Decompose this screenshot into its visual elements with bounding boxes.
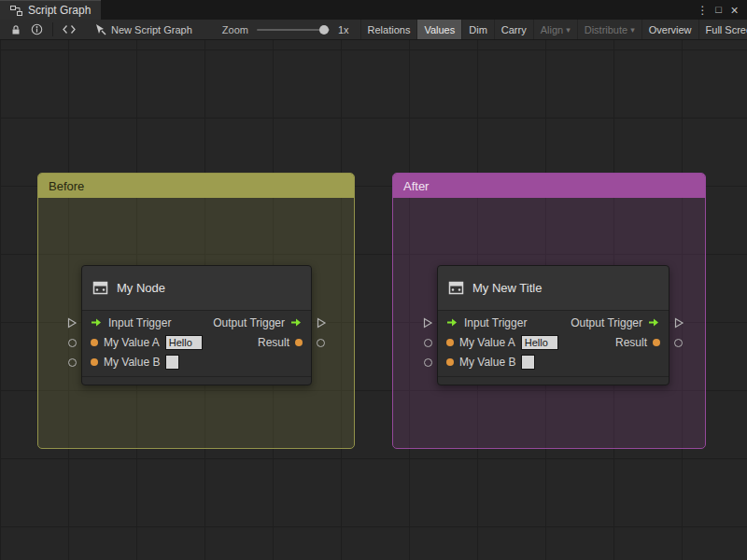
flow-port-icon[interactable] bbox=[316, 317, 327, 329]
value-b-row: My Value B bbox=[82, 352, 311, 371]
result-label: Result bbox=[258, 336, 289, 349]
zoom-value: 1x bbox=[338, 24, 349, 35]
value-port-icon[interactable] bbox=[295, 339, 303, 346]
node-port-rows: Input Trigger Output Trigger bbox=[82, 311, 311, 376]
flow-out-port-icon[interactable] bbox=[648, 317, 660, 328]
output-trigger-label: Output Trigger bbox=[213, 316, 285, 329]
node-my-new-title[interactable]: My New Title Input Trigger bbox=[437, 265, 669, 385]
align-button[interactable]: Align ▾ bbox=[533, 20, 577, 39]
value-port-icon[interactable] bbox=[68, 358, 77, 367]
node-header[interactable]: My New Title bbox=[438, 266, 669, 311]
group-after[interactable]: After My New Title bbox=[392, 173, 706, 449]
values-button[interactable]: Values bbox=[416, 20, 461, 39]
zoom-slider[interactable] bbox=[257, 29, 330, 31]
value-a-input[interactable] bbox=[165, 335, 203, 350]
value-port-icon[interactable] bbox=[91, 358, 98, 366]
value-port-icon[interactable] bbox=[674, 339, 683, 347]
node-icon bbox=[448, 280, 464, 296]
window-controls: ⋮ □ × bbox=[695, 0, 747, 20]
output-trigger-label: Output Trigger bbox=[571, 316, 642, 329]
flow-port-icon[interactable] bbox=[66, 317, 78, 329]
tab-bar: Script Graph ⋮ □ × bbox=[0, 0, 747, 20]
result-label: Result bbox=[615, 336, 647, 349]
toolbar: New Script Graph Zoom 1x Relations Value… bbox=[0, 20, 747, 40]
group-label: After bbox=[403, 179, 429, 193]
node-footer bbox=[82, 376, 311, 385]
value-b-input[interactable] bbox=[165, 355, 179, 370]
close-icon[interactable]: × bbox=[726, 2, 742, 18]
node-footer bbox=[438, 376, 669, 385]
tab-script-graph[interactable]: Script Graph bbox=[0, 0, 101, 20]
node-port-rows: Input Trigger Output Trigger bbox=[438, 311, 669, 376]
lock-icon[interactable] bbox=[5, 20, 26, 39]
value-port-icon[interactable] bbox=[653, 339, 660, 346]
menu-icon[interactable]: ⋮ bbox=[695, 2, 711, 18]
value-port-icon[interactable] bbox=[91, 339, 98, 346]
tab-label: Script Graph bbox=[28, 4, 91, 17]
value-a-input[interactable] bbox=[521, 335, 558, 350]
input-trigger-label: Input Trigger bbox=[464, 316, 527, 329]
overview-button[interactable]: Overview bbox=[641, 20, 698, 39]
code-icon[interactable] bbox=[58, 20, 79, 39]
value-b-label: My Value B bbox=[104, 356, 160, 369]
fullscreen-button[interactable]: Full Screen bbox=[698, 20, 747, 39]
zoom-control: Zoom 1x bbox=[222, 20, 349, 39]
flow-in-port-icon[interactable] bbox=[446, 317, 458, 328]
graph-cursor-icon bbox=[94, 23, 106, 35]
flow-port-icon[interactable] bbox=[673, 317, 684, 329]
node-title: My Node bbox=[117, 281, 165, 295]
distribute-button[interactable]: Distribute ▾ bbox=[577, 20, 641, 39]
graph-name-label: New Script Graph bbox=[111, 24, 192, 35]
value-a-label: My Value A bbox=[104, 336, 160, 349]
script-graph-icon bbox=[10, 5, 22, 17]
zoom-slider-handle[interactable] bbox=[319, 25, 329, 35]
toolbar-divider bbox=[52, 22, 53, 36]
trigger-row: Input Trigger Output Trigger bbox=[438, 313, 669, 332]
node-my-node[interactable]: My Node Input Trigger bbox=[81, 265, 312, 385]
group-after-header[interactable]: After bbox=[393, 174, 705, 198]
value-port-icon[interactable] bbox=[424, 339, 432, 347]
value-b-row: My Value B bbox=[438, 352, 669, 371]
value-port-icon[interactable] bbox=[446, 358, 454, 366]
relations-button[interactable]: Relations bbox=[360, 20, 417, 39]
trigger-row: Input Trigger Output Trigger bbox=[82, 313, 311, 332]
value-port-icon[interactable] bbox=[446, 339, 454, 346]
zoom-label: Zoom bbox=[222, 24, 248, 35]
group-before-header[interactable]: Before bbox=[38, 174, 354, 198]
chevron-down-icon: ▾ bbox=[630, 25, 635, 35]
info-icon[interactable] bbox=[26, 20, 48, 39]
value-port-icon[interactable] bbox=[424, 358, 432, 367]
input-trigger-label: Input Trigger bbox=[108, 316, 171, 329]
value-port-icon[interactable] bbox=[317, 339, 325, 347]
dim-button[interactable]: Dim bbox=[461, 20, 494, 39]
node-icon bbox=[92, 280, 108, 296]
value-b-label: My Value B bbox=[459, 356, 515, 369]
flow-port-icon[interactable] bbox=[422, 317, 433, 329]
toolbar-buttons: Relations Values Dim Carry Align ▾ Distr… bbox=[360, 20, 747, 39]
value-port-icon[interactable] bbox=[68, 339, 77, 347]
value-a-label: My Value A bbox=[459, 336, 515, 349]
flow-out-port-icon[interactable] bbox=[290, 317, 303, 328]
flow-in-port-icon[interactable] bbox=[91, 317, 103, 328]
chevron-down-icon: ▾ bbox=[566, 25, 571, 35]
node-title: My New Title bbox=[472, 281, 542, 295]
unity-graph-window: Script Graph ⋮ □ × bbox=[0, 0, 747, 560]
value-a-row: My Value A Result bbox=[82, 332, 311, 352]
graph-canvas[interactable]: Before My Node bbox=[0, 40, 747, 560]
value-a-row: My Value A Result bbox=[438, 332, 669, 352]
graph-selector[interactable]: New Script Graph bbox=[94, 20, 192, 39]
carry-button[interactable]: Carry bbox=[494, 20, 533, 39]
value-b-input[interactable] bbox=[521, 355, 535, 370]
maximize-icon[interactable]: □ bbox=[711, 2, 726, 18]
group-label: Before bbox=[49, 179, 84, 193]
node-header[interactable]: My Node bbox=[82, 266, 311, 311]
group-before[interactable]: Before My Node bbox=[37, 173, 355, 449]
